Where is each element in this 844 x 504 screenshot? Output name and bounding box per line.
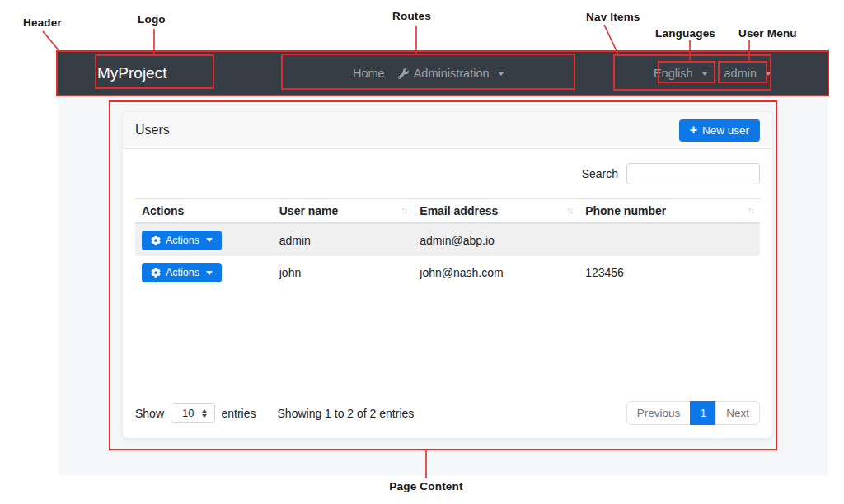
chevron-down-icon	[206, 271, 213, 275]
routes-menu: Home Administration	[353, 52, 504, 95]
card-header: Users New user	[123, 112, 772, 149]
languages-dropdown[interactable]: English	[654, 67, 708, 80]
row-actions-label: Actions	[166, 267, 199, 278]
table-header-row: Actions User name Email address Phone nu…	[135, 199, 760, 224]
page-size-value: 10	[182, 407, 194, 419]
cell-user-name: admin	[273, 223, 414, 256]
header-navbar: MyProject Home Administration English ad…	[58, 52, 828, 95]
page-content-annotation-label: Page Content	[363, 480, 490, 492]
nav-items-annotation-label: Nav Items	[586, 11, 640, 23]
column-user-name[interactable]: User name	[273, 199, 414, 224]
page-title: Users	[135, 123, 170, 138]
header-leader-line	[43, 31, 59, 51]
page-size-select[interactable]: 10	[171, 403, 214, 423]
nav-items: English admin	[654, 52, 771, 95]
card-body: Search Actions User name	[123, 149, 772, 440]
screenshot-stage: MyProject Home Administration English ad…	[0, 0, 844, 504]
column-user-name-label: User name	[279, 204, 339, 217]
chevron-down-icon	[765, 72, 771, 76]
table-row: Actions john john@nash.com 123456	[135, 256, 760, 289]
column-phone[interactable]: Phone number	[579, 199, 760, 224]
logo-annotation-label: Logo	[138, 13, 166, 26]
cell-phone	[579, 223, 760, 256]
column-phone-label: Phone number	[585, 204, 666, 217]
entries-label: entries	[222, 407, 256, 420]
administration-link-label: Administration	[414, 67, 490, 80]
cell-email: admin@abp.io	[413, 223, 579, 256]
column-actions: Actions	[135, 199, 273, 224]
row-actions-label: Actions	[166, 235, 199, 246]
chevron-down-icon	[498, 72, 504, 76]
column-actions-label: Actions	[142, 204, 184, 217]
nav-home[interactable]: Home	[353, 67, 385, 80]
home-link-label: Home	[353, 67, 385, 80]
sort-icon[interactable]	[401, 205, 406, 215]
row-actions-button[interactable]: Actions	[142, 263, 222, 282]
header-annotation-label: Header	[23, 16, 62, 29]
show-label: Show	[135, 407, 164, 420]
cell-email: john@nash.com	[413, 256, 579, 289]
user-menu-annotation-label: User Menu	[738, 27, 797, 40]
users-card: Users New user Search Actions	[122, 111, 773, 439]
plus-icon	[690, 124, 697, 137]
column-email-label: Email address	[420, 204, 498, 217]
search-label: Search	[582, 167, 618, 180]
nav-items-leader-line	[604, 25, 618, 54]
user-menu-label: admin	[724, 67, 757, 80]
table-footer: Show 10 entries Showing 1 to 2 of 2 entr…	[135, 400, 760, 426]
row-actions-button[interactable]: Actions	[142, 231, 222, 250]
cell-user-name: john	[273, 256, 414, 289]
entries-info: Showing 1 to 2 of 2 entries	[278, 407, 415, 420]
table-row: Actions admin admin@abp.io	[135, 223, 760, 256]
languages-annotation-label: Languages	[655, 27, 715, 40]
chevron-down-icon	[701, 72, 708, 76]
routes-annotation-label: Routes	[392, 10, 431, 22]
sort-icon[interactable]	[566, 205, 572, 215]
previous-page-button[interactable]: Previous	[626, 401, 692, 425]
wrench-icon	[398, 68, 409, 79]
new-user-button[interactable]: New user	[679, 119, 760, 142]
cell-phone: 123456	[579, 256, 760, 289]
nav-administration[interactable]: Administration	[398, 67, 504, 80]
users-table: Actions User name Email address Phone nu…	[135, 198, 760, 289]
page-1-button[interactable]: 1	[690, 401, 716, 425]
chevron-down-icon	[206, 238, 213, 242]
search-input[interactable]	[626, 163, 760, 184]
pagination: Previous 1 Next	[626, 401, 760, 425]
languages-label: English	[654, 67, 693, 80]
search-row: Search	[135, 149, 760, 184]
gear-icon	[151, 236, 161, 245]
user-menu-dropdown[interactable]: admin	[724, 67, 772, 80]
next-page-button[interactable]: Next	[715, 401, 760, 425]
sort-icon[interactable]	[748, 205, 753, 215]
gear-icon	[151, 268, 161, 278]
logo-brand[interactable]: MyProject	[97, 52, 166, 95]
column-email[interactable]: Email address	[413, 199, 579, 224]
new-user-button-label: New user	[702, 124, 749, 137]
stepper-icon	[202, 409, 207, 418]
